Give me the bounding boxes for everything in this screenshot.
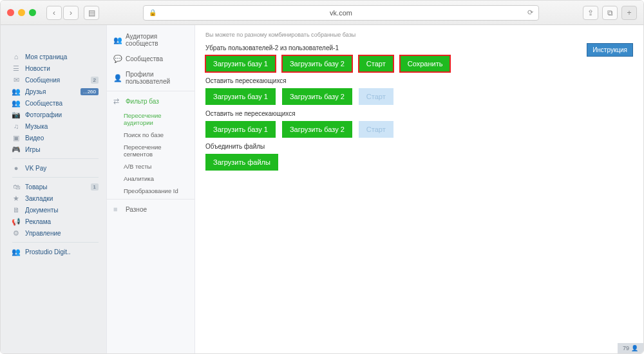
vk-menu-item[interactable]: ●VK Pay [12, 162, 99, 174]
vk-menu-item[interactable]: 👥Prostudio Digit.. [12, 246, 99, 257]
address-bar[interactable]: 🔒 vk.com ⟳ [143, 5, 539, 21]
menu-label: VK Pay [25, 165, 46, 172]
tool-item[interactable]: ≡Разное [107, 201, 194, 217]
tool-subitem[interactable]: Пересечение сегментов [107, 141, 194, 160]
action-button[interactable]: Сохранить [400, 55, 451, 72]
tool-subitem[interactable]: A/B тесты [107, 160, 194, 172]
maximize-window-icon[interactable] [29, 9, 36, 16]
tool-icon: ≡ [113, 205, 121, 213]
sidebar-toggle-button[interactable]: ▤ [84, 6, 99, 20]
menu-icon: ● [12, 164, 20, 172]
vk-menu-item[interactable]: 🗎Документы [12, 204, 99, 216]
vk-menu-item[interactable]: 👥Друзья...260 [12, 86, 99, 97]
start-disabled-button: Старт [359, 88, 393, 105]
vk-menu-item[interactable]: ☰Новости [12, 62, 99, 74]
menu-label: Документы [25, 207, 59, 214]
section-label: Убрать пользователей-2 из пользователей-… [205, 44, 633, 51]
tool-item[interactable]: 💬Сообщества [107, 51, 194, 67]
menu-icon: ✉ [12, 76, 20, 84]
section-label: Оставить пересекающихся [205, 77, 633, 84]
menu-label: Товары [25, 183, 47, 191]
tool-icon: 💬 [113, 55, 121, 63]
action-button[interactable]: Старт [359, 55, 393, 72]
minimize-window-icon[interactable] [18, 9, 25, 16]
action-button[interactable]: Загрузить базу 1 [205, 88, 276, 105]
action-button[interactable]: Загрузить базу 1 [205, 121, 276, 138]
page-viewport: ⌂Моя страница☰Новости✉Сообщения2👥Друзья.… [1, 25, 643, 353]
menu-label: Новости [25, 65, 50, 72]
vk-menu-item[interactable]: ▣Видео [12, 132, 99, 144]
hint-text: Вы можете по разному комбинировать собра… [205, 32, 633, 38]
vk-menu-item[interactable]: 📢Реклама [12, 216, 99, 227]
menu-icon: 👥 [12, 99, 20, 107]
menu-icon: ☰ [12, 64, 20, 72]
button-row: Загрузить базу 1Загрузить базу 2Старт [205, 88, 633, 105]
action-button[interactable]: Загрузить базу 1 [205, 55, 276, 72]
menu-icon: 🎮 [12, 145, 20, 153]
menu-badge: 1 [91, 183, 99, 191]
back-button[interactable]: ‹ [46, 6, 62, 20]
menu-label: Реклама [25, 218, 51, 225]
button-row: Загрузить файлы [205, 154, 633, 171]
forward-button[interactable]: › [63, 6, 79, 20]
nav-buttons: ‹ › [46, 6, 79, 20]
close-window-icon[interactable] [7, 9, 14, 16]
online-counter[interactable]: 79 👤 [618, 343, 643, 353]
menu-label: Закладки [25, 195, 53, 202]
tool-label: Профили пользователей [126, 71, 188, 85]
tool-label: Разное [126, 206, 147, 213]
menu-label: Музыка [25, 123, 48, 130]
menu-icon: ♫ [12, 122, 20, 130]
tool-label: Аудитория сообществ [126, 33, 188, 47]
reload-icon[interactable]: ⟳ [527, 8, 533, 17]
user-icon: 👤 [631, 345, 638, 351]
vk-menu-item[interactable]: 👥Сообщества [12, 97, 99, 109]
tool-icon: 👥 [113, 36, 121, 44]
menu-icon: ★ [12, 194, 20, 202]
action-button[interactable]: Загрузить базу 2 [282, 121, 352, 138]
tool-subitem[interactable]: Преобразование Id [107, 185, 194, 197]
menu-label: Фотографии [25, 111, 62, 118]
tool-item[interactable]: ⇄Фильтр баз [107, 93, 194, 109]
menu-icon: 👥 [12, 88, 20, 95]
tool-subitem[interactable]: Поиск по базе [107, 129, 194, 141]
menu-label: Сообщения [25, 77, 60, 84]
menu-label: Управление [25, 230, 61, 237]
action-button[interactable]: Загрузить базу 2 [282, 88, 352, 105]
menu-icon: ⌂ [12, 53, 20, 61]
vk-menu: ⌂Моя страница☰Новости✉Сообщения2👥Друзья.… [1, 48, 106, 257]
vk-menu-item[interactable]: ✉Сообщения2 [12, 74, 99, 86]
action-button[interactable]: Загрузить базу 2 [282, 55, 352, 72]
vk-menu-item[interactable]: ⌂Моя страница [12, 51, 99, 62]
url-text: vk.com [330, 9, 352, 17]
section-label: Оставить не пересекающихся [205, 110, 633, 117]
tool-item[interactable]: 👥Аудитория сообществ [107, 29, 194, 51]
section-label: Объединить файлы [205, 143, 633, 150]
tool-item[interactable]: 👤Профили пользователей [107, 67, 194, 89]
action-button[interactable]: Загрузить файлы [205, 154, 278, 171]
menu-icon: ⚙ [12, 229, 20, 237]
tabs-button[interactable]: ⧉ [602, 6, 618, 20]
vk-menu-item[interactable]: ♫Музыка [12, 120, 99, 132]
vk-menu-item[interactable]: ⚙Управление [12, 227, 99, 239]
menu-icon: 📢 [12, 218, 20, 225]
menu-icon: ▣ [12, 134, 20, 142]
instruction-button[interactable]: Инструкция [587, 43, 633, 57]
right-tools: ⇪ ⧉ + [583, 6, 637, 20]
menu-icon: 📷 [12, 111, 20, 118]
tool-subitem[interactable]: Пересечение аудитории [107, 109, 194, 129]
share-button[interactable]: ⇪ [583, 6, 598, 20]
button-row: Загрузить базу 1Загрузить базу 2Старт [205, 121, 633, 138]
vk-menu-item[interactable]: ★Закладки [12, 192, 99, 204]
vk-menu-item[interactable]: 🎮Игры [12, 144, 99, 155]
counter-value: 79 [623, 345, 629, 351]
menu-icon: 👥 [12, 248, 20, 256]
tool-subitem[interactable]: Аналитика [107, 172, 194, 185]
tool-icon: 👤 [113, 74, 121, 82]
vk-logo[interactable] [1, 32, 106, 48]
menu-label: Друзья [25, 88, 46, 95]
vk-menu-item[interactable]: 🛍Товары1 [12, 181, 99, 192]
vk-menu-item[interactable]: 📷Фотографии [12, 109, 99, 120]
tool-label: Сообщества [126, 55, 163, 62]
new-tab-button[interactable]: + [621, 6, 637, 20]
